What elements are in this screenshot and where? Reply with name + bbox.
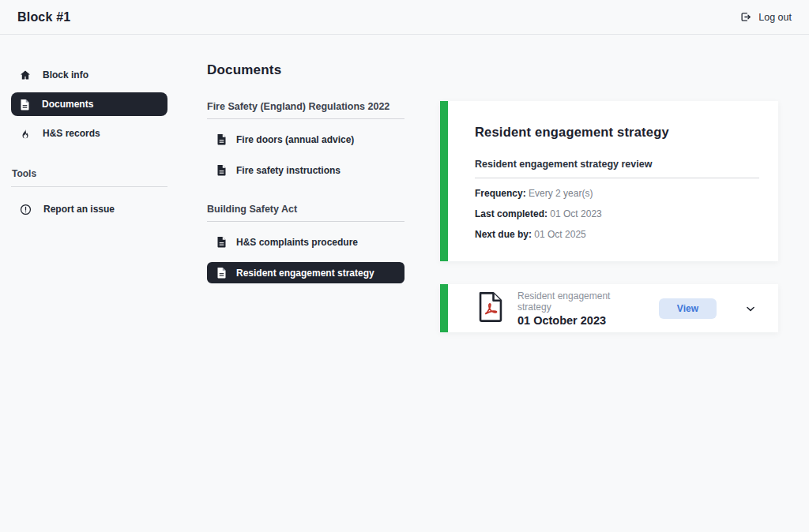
sidebar-item-report-issue[interactable]: Report an issue: [11, 197, 167, 221]
document-item-fire-doors[interactable]: Fire doors (annual advice): [207, 129, 404, 150]
document-detail-card: Resident engagement strategy Resident en…: [440, 101, 778, 261]
document-icon: [216, 267, 227, 279]
documents-heading: Documents: [207, 62, 404, 78]
document-item-label: H&S complaints procedure: [236, 237, 358, 248]
detail-field-last-completed: Last completed: 01 Oct 2023: [475, 208, 759, 219]
file-date: 01 October 2023: [517, 314, 646, 327]
document-icon: [216, 164, 227, 176]
field-value: Every 2 year(s): [526, 188, 593, 199]
documents-column: Documents Fire Safety (England) Regulati…: [207, 62, 404, 283]
sidebar-item-hs-records[interactable]: H&S records: [11, 122, 167, 145]
field-label: Frequency:: [475, 188, 526, 199]
document-section-title: Fire Safety (England) Regulations 2022: [207, 101, 404, 119]
document-icon: [20, 99, 30, 111]
document-section-title: Building Safety Act: [207, 204, 404, 222]
field-value: 01 Oct 2023: [547, 208, 602, 219]
sidebar-spacer: [11, 151, 167, 168]
sidebar-item-label: Documents: [42, 99, 93, 110]
document-item-resident-engagement[interactable]: Resident engagement strategy: [207, 262, 404, 283]
file-name: Resident engagement strategy: [517, 290, 646, 313]
page-title: Block #1: [17, 10, 70, 24]
document-item-label: Fire doors (annual advice): [236, 134, 354, 145]
document-item-fire-safety-instructions[interactable]: Fire safety instructions: [207, 159, 404, 181]
field-value: 01 Oct 2025: [532, 229, 586, 240]
document-icon: [216, 236, 227, 248]
view-button[interactable]: View: [659, 298, 717, 319]
document-file-card: Resident engagement strategy 01 October …: [440, 284, 778, 332]
logout-button[interactable]: Log out: [739, 11, 792, 23]
file-info: Resident engagement strategy 01 October …: [517, 290, 646, 327]
sidebar-item-label: Report an issue: [43, 204, 115, 215]
detail-field-frequency: Frequency: Every 2 year(s): [475, 188, 759, 199]
header: Block #1 Log out: [0, 0, 809, 35]
home-icon: [20, 69, 31, 81]
sidebar-item-label: Block info: [43, 69, 88, 81]
logout-icon: [739, 11, 751, 23]
chevron-down-icon[interactable]: [745, 303, 756, 314]
pdf-file-icon: [476, 291, 505, 326]
field-label: Next due by:: [475, 229, 532, 240]
alert-circle-icon: [20, 204, 32, 215]
detail-title: Resident engagement strategy: [475, 125, 759, 140]
detail-field-next-due: Next due by: 01 Oct 2025: [475, 229, 759, 240]
sidebar-item-label: H&S records: [43, 128, 100, 139]
field-label: Last completed:: [475, 208, 547, 219]
document-item-hs-complaints[interactable]: H&S complaints procedure: [207, 231, 404, 253]
flame-icon: [20, 128, 31, 140]
sidebar-item-documents[interactable]: Documents: [11, 92, 167, 116]
detail-subtitle: Resident engagement strategy review: [475, 159, 759, 178]
document-item-label: Resident engagement strategy: [236, 268, 374, 279]
sidebar-item-block-info[interactable]: Block info: [11, 63, 167, 87]
tools-heading: Tools: [11, 168, 167, 187]
sidebar: Block info Documents H&S records Tools: [11, 63, 167, 227]
document-icon: [216, 133, 227, 145]
document-item-label: Fire safety instructions: [236, 165, 341, 176]
logout-label: Log out: [758, 12, 792, 23]
